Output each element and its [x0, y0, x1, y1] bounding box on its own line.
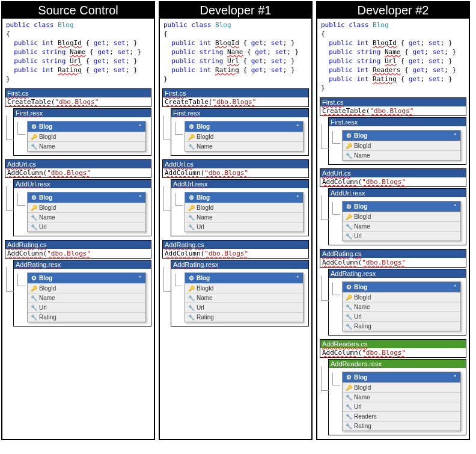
resx-file-name: AddReaders.resx [329, 360, 466, 368]
entity-table: ⚙Blog˄🔑BlogId🔧Name [342, 130, 461, 161]
entity-icon: ⚙ [189, 194, 194, 201]
entity-field: 🔑BlogId [28, 132, 145, 141]
entity-icon: ⚙ [189, 275, 194, 281]
entity-field: 🔧Readers [343, 411, 460, 421]
resx-file-name: AddUrl.resx [171, 180, 308, 188]
chevron-up-icon: ˄ [139, 124, 142, 130]
cs-file-body: AddColumn("dbo.Blogs" [320, 348, 466, 357]
entity-field: 🔧Rating [185, 312, 303, 322]
chevron-up-icon: ˄ [139, 195, 142, 201]
key-icon: 🔑 [188, 134, 195, 140]
resx-file-name: First.resx [14, 109, 151, 117]
chevron-up-icon: ˄ [454, 375, 457, 381]
entity-field: 🔧Name [185, 293, 303, 302]
chevron-up-icon: ˄ [296, 275, 299, 281]
chevron-up-icon: ˄ [454, 204, 457, 210]
entity-field: 🔑BlogId [343, 382, 460, 392]
key-icon: 🔑 [346, 143, 352, 149]
key-icon: 🔑 [31, 134, 37, 140]
resx-file-name: AddRating.resx [329, 269, 466, 278]
entity-table: ⚙Blog˄🔑BlogId🔧Name🔧Url [185, 192, 304, 232]
cs-file-body: CreateTable("dbo.Blogs" [320, 106, 466, 115]
property-icon: 🔧 [188, 224, 195, 230]
column: Developer #1public class Blog{ public in… [159, 1, 313, 440]
entity-field: 🔑BlogId [185, 283, 303, 293]
resx-body: ⚙Blog˄🔑BlogId🔧Name [171, 117, 308, 155]
entity-field: 🔧Name [343, 392, 460, 402]
resx-wrap: AddUrl.resx⚙Blog˄🔑BlogId🔧Name🔧Url [328, 188, 466, 245]
entity-table-header: ⚙Blog˄ [343, 372, 460, 382]
cs-file-name: AddUrl.cs [320, 169, 466, 177]
diagram-columns: Source Controlpublic class Blog{ public … [1, 1, 475, 440]
resx-wrap: AddUrl.resx⚙Blog˄🔑BlogId🔧Name🔧Url [13, 179, 151, 236]
key-icon: 🔑 [346, 385, 352, 391]
entity-table-header: ⚙Blog˄ [28, 192, 145, 203]
entity-name: Blog [39, 275, 52, 281]
entity-field: 🔧Name [28, 293, 145, 302]
connector-line [321, 276, 329, 301]
resx-body: ⚙Blog˄🔑BlogId🔧Name🔧Url [329, 197, 466, 245]
entity-table-header: ⚙Blog˄ [28, 273, 145, 283]
resx-wrap: AddUrl.resx⚙Blog˄🔑BlogId🔧Name🔧Url [171, 179, 309, 236]
entity-name: Blog [39, 194, 52, 201]
cs-file-name: AddRating.cs [163, 241, 308, 249]
entity-field: 🔧Url [185, 222, 303, 232]
connector-line [332, 131, 340, 144]
property-icon: 🔧 [346, 224, 352, 230]
property-icon: 🔧 [346, 423, 352, 429]
entity-field: 🔧Name [28, 141, 145, 151]
property-icon: 🔧 [188, 144, 195, 150]
property-icon: 🔧 [31, 224, 37, 230]
entity-table: ⚙Blog˄🔑BlogId🔧Name🔧Url [27, 192, 146, 232]
migration-group: First.csCreateTable("dbo.Blogs"First.res… [5, 88, 151, 156]
entity-field: 🔧Url [185, 302, 303, 312]
entity-field: 🔧Name [28, 212, 145, 222]
key-icon: 🔑 [188, 205, 195, 211]
entity-field: 🔧Name [343, 150, 460, 160]
migration-group: First.csCreateTable("dbo.Blogs"First.res… [320, 97, 466, 165]
connector-line [6, 186, 14, 211]
resx-file-name: AddRating.resx [14, 260, 151, 269]
connector-line [163, 186, 171, 211]
entity-field: 🔧Rating [343, 321, 460, 331]
resx-file: AddRating.resx⚙Blog˄🔑BlogId🔧Name🔧Url🔧Rat… [328, 269, 466, 336]
connector-line [175, 193, 183, 206]
cs-file: First.csCreateTable("dbo.Blogs" [5, 88, 151, 107]
resx-wrap: First.resx⚙Blog˄🔑BlogId🔧Name [13, 108, 151, 156]
migration-group: AddUrl.csAddColumn("dbo.Blogs"AddUrl.res… [320, 168, 466, 245]
resx-body: ⚙Blog˄🔑BlogId🔧Name [14, 117, 151, 155]
entity-field: 🔧Url [343, 231, 460, 241]
cs-file: AddUrl.csAddColumn("dbo.Blogs" [5, 159, 151, 178]
migration-group: AddRating.csAddColumn("dbo.Blogs"AddRati… [5, 240, 151, 327]
resx-wrap: AddRating.resx⚙Blog˄🔑BlogId🔧Name🔧Url🔧Rat… [13, 260, 151, 327]
entity-icon: ⚙ [346, 374, 352, 381]
resx-file: First.resx⚙Blog˄🔑BlogId🔧Name [171, 108, 309, 156]
entity-field: 🔑BlogId [28, 203, 145, 212]
cs-file-body: AddColumn("dbo.Blogs" [5, 168, 151, 177]
cs-file-name: AddUrl.cs [5, 160, 151, 168]
entity-name: Blog [354, 132, 367, 139]
entity-field: 🔧Name [343, 221, 460, 231]
property-icon: 🔧 [31, 144, 37, 150]
property-icon: 🔧 [346, 304, 352, 310]
entity-field: 🔑BlogId [28, 283, 145, 293]
resx-file: First.resx⚙Blog˄🔑BlogId🔧Name [13, 108, 151, 156]
entity-field: 🔧Url [28, 222, 145, 232]
cs-file-name: First.cs [5, 89, 151, 97]
connector-line [17, 193, 25, 206]
cs-file-body: AddColumn("dbo.Blogs" [163, 249, 308, 258]
entity-field: 🔑BlogId [185, 132, 303, 141]
property-icon: 🔧 [346, 324, 352, 330]
key-icon: 🔑 [31, 205, 37, 211]
cs-file-body: AddColumn("dbo.Blogs" [320, 177, 466, 186]
property-icon: 🔧 [31, 295, 37, 301]
entity-icon: ⚙ [346, 132, 352, 139]
cs-file-body: CreateTable("dbo.Blogs" [163, 97, 308, 106]
entity-name: Blog [354, 284, 367, 290]
property-icon: 🔧 [346, 394, 352, 400]
resx-body: ⚙Blog˄🔑BlogId🔧Name🔧Url🔧Readers🔧Rating [329, 368, 466, 435]
entity-table-header: ⚙Blog˄ [28, 121, 145, 132]
entity-table: ⚙Blog˄🔑BlogId🔧Name🔧Url [342, 201, 461, 241]
resx-body: ⚙Blog˄🔑BlogId🔧Name🔧Url [171, 188, 308, 236]
connector-line [321, 195, 329, 220]
